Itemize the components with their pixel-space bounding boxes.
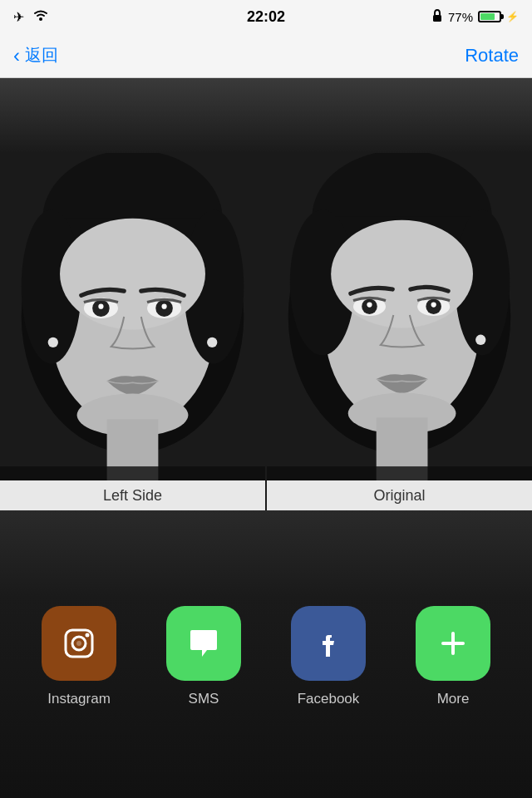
share-icons-row: Instagram SMS Facebook [0,606,532,707]
svg-point-12 [98,304,103,309]
right-photo-wrapper [267,153,532,480]
bottom-toolbar: Instagram SMS Facebook [0,510,532,798]
rotate-button[interactable]: Rotate [465,45,519,66]
instagram-share-item[interactable]: Instagram [21,606,137,707]
svg-point-9 [60,219,205,330]
nav-bar: ‹ 返回 Rotate [0,33,532,78]
svg-point-41 [86,633,90,638]
instagram-icon [59,623,99,663]
facebook-icon-circle [291,606,366,681]
facebook-label: Facebook [298,691,360,707]
charging-icon: ⚡ [506,11,519,22]
svg-point-37 [475,335,485,345]
right-photo-label: Original [267,480,532,510]
left-photo-label: Left Side [0,480,265,510]
back-label: 返回 [25,44,58,66]
back-chevron-icon: ‹ [13,44,20,67]
battery-icon [478,11,501,22]
svg-rect-38 [267,466,532,480]
status-left-icons: ✈ [13,8,49,25]
lock-icon [431,9,443,25]
facebook-icon [308,623,348,663]
svg-point-34 [431,303,436,308]
left-photo-container: Left Side [0,153,265,510]
right-photo-container: Original [267,153,532,510]
svg-point-18 [48,337,58,347]
instagram-icon-circle [42,606,116,681]
wifi-icon [32,8,49,25]
more-icon [433,623,473,663]
svg-rect-1 [433,15,441,22]
battery-percent: 77% [448,10,473,24]
instagram-label: Instagram [47,691,111,707]
svg-point-31 [367,303,372,308]
svg-point-0 [39,17,42,21]
more-share-item[interactable]: More [395,606,511,707]
left-photo [0,153,265,480]
sms-icon-circle [166,606,241,681]
back-button[interactable]: ‹ 返回 [13,44,58,67]
svg-point-28 [331,220,473,328]
more-icon-circle [416,606,490,681]
right-photo [267,153,532,480]
left-photo-wrapper [0,153,265,480]
status-time: 22:02 [247,8,285,26]
dark-header-band [0,78,532,153]
more-label: More [437,691,470,707]
sms-label: SMS [189,691,219,707]
sms-icon [184,623,224,663]
facebook-share-item[interactable]: Facebook [270,606,387,707]
svg-point-42 [76,641,81,646]
airplane-icon: ✈ [13,9,24,25]
svg-point-15 [161,304,166,309]
status-right-icons: 77% ⚡ [431,9,519,25]
photos-section: Left Side [0,153,532,510]
status-bar: ✈ 22:02 77% ⚡ [0,0,532,33]
sms-share-item[interactable]: SMS [145,606,262,707]
svg-point-19 [207,337,217,347]
svg-rect-20 [0,466,265,480]
